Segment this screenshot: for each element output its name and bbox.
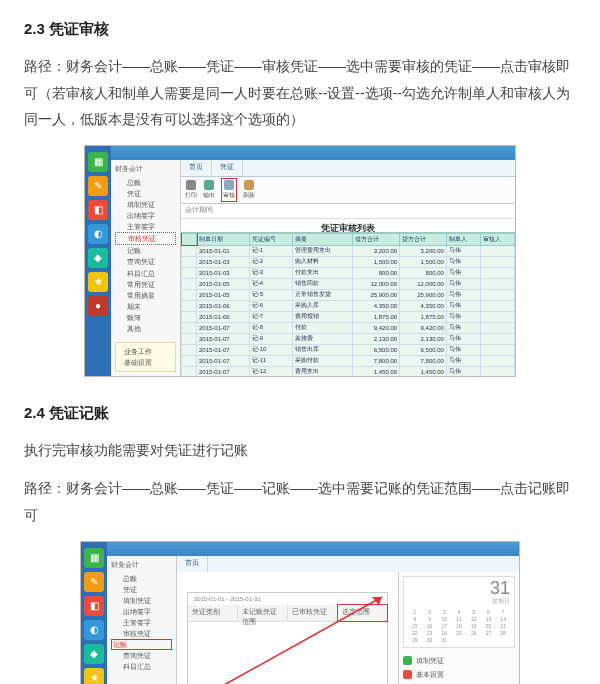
dock-icon[interactable]: ▦: [88, 152, 108, 172]
tree-bottom-item[interactable]: 基础设置: [118, 357, 173, 368]
tree-item[interactable]: 凭证: [111, 584, 172, 595]
calendar-cell[interactable]: 16: [423, 623, 437, 629]
calendar-cell[interactable]: 25: [452, 630, 466, 636]
grid-row[interactable]: 2015-01-05记-4销售回款12,000.0012,000.00马伟: [182, 278, 515, 289]
dock-icon[interactable]: ◆: [84, 644, 104, 664]
tree-item[interactable]: 查询凭证: [115, 256, 176, 267]
tree-bottom-item[interactable]: 业务工作: [118, 346, 173, 357]
grid-header[interactable]: 审核人: [480, 233, 514, 245]
calendar-cell[interactable]: 5: [467, 609, 481, 615]
grid-row[interactable]: 2015-01-01记-1管理费用支出3,200.003,200.00马伟: [182, 245, 515, 256]
dock-icon[interactable]: ◐: [88, 224, 108, 244]
tab-voucher[interactable]: 凭证: [212, 160, 243, 176]
calendar-cell[interactable]: 4: [452, 609, 466, 615]
dock-icon[interactable]: ★: [84, 668, 104, 684]
grid-row[interactable]: 2015-01-07记-10销售出库6,500.006,500.00马伟: [182, 344, 515, 355]
grid-header[interactable]: 制单日期: [197, 233, 250, 245]
tree-item[interactable]: 科目汇总: [115, 268, 176, 279]
calendar-cell[interactable]: 8: [408, 616, 422, 622]
shortcut-item[interactable]: 基本设置: [403, 670, 515, 680]
calendar-cell[interactable]: 6: [482, 609, 496, 615]
grid-row[interactable]: 2015-01-07记-11采购付款7,800.007,800.00马伟: [182, 355, 515, 366]
tree-item[interactable]: 常用凭证: [115, 279, 176, 290]
grid-row[interactable]: 2015-01-07记-12费用支出1,450.001,450.00马伟: [182, 366, 515, 376]
dock-icon[interactable]: ◐: [84, 620, 104, 640]
tree-item[interactable]: 记账: [115, 245, 176, 256]
toolbar-audit[interactable]: 审核: [221, 178, 237, 202]
calendar-cell[interactable]: 3: [437, 609, 451, 615]
calendar-cell[interactable]: 24: [437, 630, 451, 636]
calendar-cell[interactable]: 13: [482, 616, 496, 622]
calendar-cell[interactable]: 22: [408, 630, 422, 636]
tree-item[interactable]: 其他: [115, 323, 176, 334]
calendar-widget[interactable]: 31 星期日 123456789101112131415161718192021…: [403, 576, 515, 648]
dock-icon[interactable]: ✎: [88, 176, 108, 196]
tree-ledger[interactable]: 总账: [111, 573, 172, 584]
dock-icon[interactable]: ◧: [84, 596, 104, 616]
toolbar-refresh[interactable]: 刷新: [243, 180, 255, 200]
calendar-cell[interactable]: 1: [408, 609, 422, 615]
tree-item[interactable]: 查询凭证: [111, 650, 172, 661]
dock-icon[interactable]: ◆: [88, 248, 108, 268]
calendar-cell[interactable]: 10: [437, 616, 451, 622]
grid-row[interactable]: 2015-01-07记-9差旅费2,130.002,130.00马伟: [182, 333, 515, 344]
tab-home[interactable]: 首页: [181, 160, 212, 176]
dock-icon[interactable]: ◧: [88, 200, 108, 220]
calendar-cell[interactable]: 27: [482, 630, 496, 636]
dock-icon[interactable]: ✎: [84, 572, 104, 592]
calendar-cell[interactable]: 20: [482, 623, 496, 629]
toolbar-export[interactable]: 输出: [203, 180, 215, 200]
dock-icon[interactable]: ▦: [84, 548, 104, 568]
tree-item[interactable]: 账簿: [115, 312, 176, 323]
voucher-grid[interactable]: 制单日期凭证编号摘要借方合计贷方合计制单人审核人 2015-01-01记-1管理…: [181, 232, 515, 376]
tree-item[interactable]: 审核凭证: [111, 628, 172, 639]
tree-item[interactable]: 填制凭证: [111, 595, 172, 606]
tree-item[interactable]: 出纳签字: [115, 210, 176, 221]
tree-item[interactable]: 科目汇总: [111, 661, 172, 672]
calendar-cell[interactable]: 26: [467, 630, 481, 636]
grid-row[interactable]: 2015-01-03记-3付款支出800.00800.00马伟: [182, 267, 515, 278]
calendar-cell[interactable]: 29: [408, 637, 422, 643]
tree-item[interactable]: 填制凭证: [115, 199, 176, 210]
dock-icon[interactable]: ★: [88, 272, 108, 292]
tree-item-audit[interactable]: 审核凭证: [115, 232, 176, 245]
calendar-cell[interactable]: 15: [408, 623, 422, 629]
tree-ledger[interactable]: 总账: [115, 177, 176, 188]
grid-header[interactable]: 摘要: [292, 233, 353, 245]
tree-item-posting[interactable]: 记账: [111, 639, 172, 650]
grid-header[interactable]: 贷方合计: [400, 233, 447, 245]
calendar-cell[interactable]: 9: [423, 616, 437, 622]
grid-row[interactable]: 2015-01-07记-8付款9,420.009,420.00马伟: [182, 322, 515, 333]
calendar-cell[interactable]: 17: [437, 623, 451, 629]
grid-row[interactable]: 2015-01-06记-7费用报销1,875.001,875.00马伟: [182, 311, 515, 322]
calendar-cell[interactable]: 14: [496, 616, 510, 622]
tree-item[interactable]: 主管签字: [115, 221, 176, 232]
tab-home[interactable]: 首页: [177, 556, 208, 572]
range-col-selected[interactable]: 选定范围: [338, 605, 387, 621]
tree-item[interactable]: 凭证: [115, 188, 176, 199]
calendar-cell[interactable]: 11: [452, 616, 466, 622]
calendar-cell[interactable]: 19: [467, 623, 481, 629]
grid-header[interactable]: 借方合计: [353, 233, 400, 245]
shortcut-item[interactable]: 填制凭证: [403, 656, 515, 666]
calendar-cell[interactable]: 21: [496, 623, 510, 629]
tree-item[interactable]: 常用摘要: [115, 290, 176, 301]
calendar-cell[interactable]: 28: [496, 630, 510, 636]
tree-root[interactable]: 财务会计: [111, 560, 172, 570]
grid-header[interactable]: [182, 233, 197, 245]
grid-header[interactable]: 制单人: [446, 233, 480, 245]
grid-header[interactable]: 凭证编号: [249, 233, 292, 245]
calendar-cell[interactable]: 18: [452, 623, 466, 629]
calendar-cell[interactable]: 23: [423, 630, 437, 636]
tree-item[interactable]: 出纳签字: [111, 606, 172, 617]
toolbar-print[interactable]: 打印: [185, 180, 197, 200]
tree-item[interactable]: 期末: [115, 301, 176, 312]
grid-row[interactable]: 2015-01-03记-2购入材料1,500.001,500.00马伟: [182, 256, 515, 267]
calendar-cell[interactable]: 2: [423, 609, 437, 615]
grid-row[interactable]: 2015-01-06记-6采购入库4,350.004,350.00马伟: [182, 300, 515, 311]
tree-root[interactable]: 财务会计: [115, 164, 176, 174]
grid-row[interactable]: 2015-01-05记-5正常销售发货25,900.0025,900.00马伟: [182, 289, 515, 300]
calendar-cell[interactable]: 7: [496, 609, 510, 615]
calendar-cell[interactable]: 31: [437, 637, 451, 643]
dock-icon[interactable]: ●: [88, 296, 108, 316]
